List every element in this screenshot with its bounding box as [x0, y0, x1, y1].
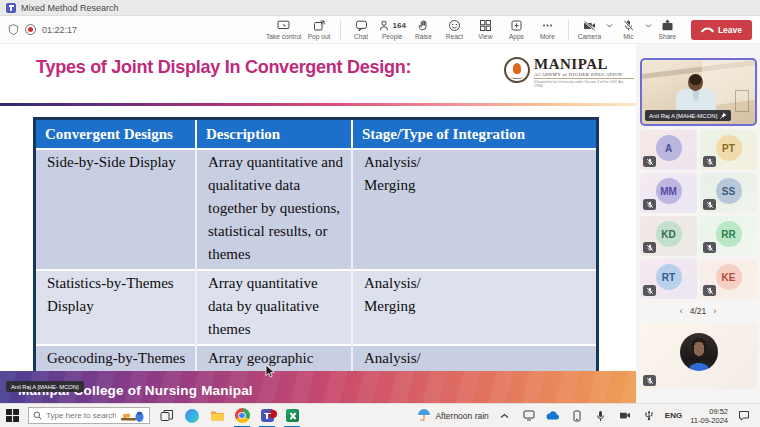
camera-off-icon — [583, 19, 596, 32]
video-name-label: Anil Raj A [MAHE-MCON] — [645, 110, 731, 121]
presenter-name-label: Anil Raj A [MAHE- MCON] — [6, 381, 84, 392]
camera-tray-button[interactable] — [617, 404, 633, 427]
meeting-toolbar: 01:22:17 Take control Pop out Chat 164 P… — [0, 16, 760, 44]
mic-muted-icon — [643, 242, 656, 253]
mic-muted-icon — [703, 242, 716, 253]
pager-position: 4/21 — [690, 306, 707, 316]
take-control-icon — [277, 19, 290, 32]
table-row: Statistics-by-Themes Display Array quant… — [36, 270, 596, 345]
cell-description: Array quantitative data by qualitative t… — [196, 270, 352, 345]
file-explorer-button[interactable] — [209, 404, 225, 427]
avatar: A — [656, 135, 682, 161]
usb-icon — [644, 410, 654, 421]
phone-link-tray-button[interactable] — [569, 404, 585, 427]
react-button[interactable]: React — [439, 19, 470, 41]
shared-screen: Types of Joint Display In Convergent Des… — [0, 44, 636, 403]
clock[interactable]: 09:52 11-09-2024 — [690, 407, 728, 425]
cell-design: Statistics-by-Themes Display — [36, 270, 196, 345]
avatar: KD — [656, 221, 682, 247]
view-button[interactable]: View — [470, 19, 501, 41]
language-indicator[interactable]: ENG — [665, 411, 682, 420]
teams-app-icon — [6, 3, 16, 13]
pager-prev-icon[interactable]: ‹ — [680, 307, 683, 315]
profile-photo — [680, 333, 718, 371]
participants-pager: ‹ 4/21 › — [636, 304, 760, 318]
participant-tile[interactable]: PT — [700, 130, 757, 170]
notification-badge — [269, 410, 277, 418]
pop-out-button[interactable]: Pop out — [304, 19, 335, 41]
participant-tile[interactable]: RT — [640, 259, 697, 299]
pop-out-icon — [313, 19, 326, 32]
hidden-icons-button[interactable] — [497, 404, 513, 427]
camera-chevron-icon[interactable] — [606, 23, 613, 29]
react-icon — [448, 19, 461, 32]
pager-next-icon[interactable]: › — [713, 307, 716, 315]
teams-icon — [261, 409, 274, 422]
mic-muted-icon — [643, 375, 656, 386]
mouse-cursor — [265, 364, 276, 379]
recording-icon — [25, 24, 36, 35]
participant-tile[interactable]: KE — [700, 259, 757, 299]
onedrive-tray-button[interactable] — [545, 404, 561, 427]
hang-up-icon — [701, 27, 714, 33]
mic-muted-icon — [643, 199, 656, 210]
take-control-button[interactable]: Take control — [264, 19, 304, 41]
logo-name: MANIPAL — [534, 57, 634, 72]
leave-button[interactable]: Leave — [691, 20, 752, 40]
share-icon — [661, 19, 674, 32]
participant-tile[interactable]: A — [640, 130, 697, 170]
action-center-button[interactable] — [736, 404, 752, 427]
monitor-icon — [523, 410, 535, 421]
chat-icon — [355, 19, 368, 32]
view-icon — [479, 19, 492, 32]
apps-button[interactable]: Apps — [501, 19, 532, 41]
copilot-button[interactable] — [184, 404, 200, 427]
mic-button[interactable]: Mic — [613, 19, 644, 41]
raise-hand-button[interactable]: Raise — [408, 19, 439, 41]
microphone-tray-button[interactable] — [593, 404, 609, 427]
taskbar-search[interactable] — [28, 407, 150, 424]
mic-muted-icon — [643, 285, 656, 296]
joint-display-table: Convergent Designs Description Stage/Typ… — [33, 117, 599, 403]
avatar: MM — [656, 178, 682, 204]
weather-widget[interactable]: Afternoon rain — [417, 409, 488, 422]
more-button[interactable]: More — [532, 19, 563, 41]
cell-design: Side-by-Side Display — [36, 149, 196, 270]
avatar: PT — [716, 135, 742, 161]
start-button[interactable] — [6, 409, 19, 422]
notification-bubble-icon — [738, 410, 750, 421]
search-doodle-icon — [120, 409, 145, 423]
participant-tile[interactable]: MM — [640, 173, 697, 213]
camera-button[interactable]: Camera — [574, 19, 605, 41]
time: 09:52 — [709, 407, 728, 416]
logo-fineprint: (Deemed to be University under Section 3… — [534, 78, 634, 88]
pinned-video-tile[interactable]: Anil Raj A [MAHE-MCON] — [640, 58, 757, 126]
display-tray-button[interactable] — [521, 404, 537, 427]
window-titlebar: Mixed Method Research — [0, 0, 760, 16]
people-button[interactable]: 164 People — [377, 19, 408, 41]
chat-button[interactable]: Chat — [346, 19, 377, 41]
mic-muted-icon — [643, 156, 656, 167]
usb-tray-button[interactable] — [641, 404, 657, 427]
leave-label: Leave — [718, 25, 742, 35]
participant-tile[interactable]: SS — [700, 173, 757, 213]
search-input[interactable] — [46, 411, 116, 420]
excel-button[interactable] — [284, 404, 300, 427]
participant-tile[interactable]: KD — [640, 216, 697, 256]
chrome-button[interactable] — [234, 404, 250, 427]
mic-off-icon — [622, 19, 635, 32]
share-button[interactable]: Share — [652, 19, 683, 41]
copilot-icon — [185, 409, 199, 423]
participant-video-tile[interactable] — [640, 323, 757, 389]
teams-meeting-window: Mixed Method Research 01:22:17 Take cont… — [0, 0, 760, 427]
header-convergent-designs: Convergent Designs — [36, 120, 196, 149]
avatar: KE — [716, 264, 742, 290]
participant-tile[interactable]: RR — [700, 216, 757, 256]
mic-chevron-icon[interactable] — [645, 23, 652, 29]
meeting-timer: 01:22:17 — [42, 25, 77, 35]
task-view-button[interactable] — [159, 404, 175, 427]
toolbar-divider — [568, 20, 569, 40]
people-icon — [379, 19, 391, 32]
umbrella-rain-icon — [417, 409, 431, 422]
teams-button[interactable] — [259, 404, 275, 427]
